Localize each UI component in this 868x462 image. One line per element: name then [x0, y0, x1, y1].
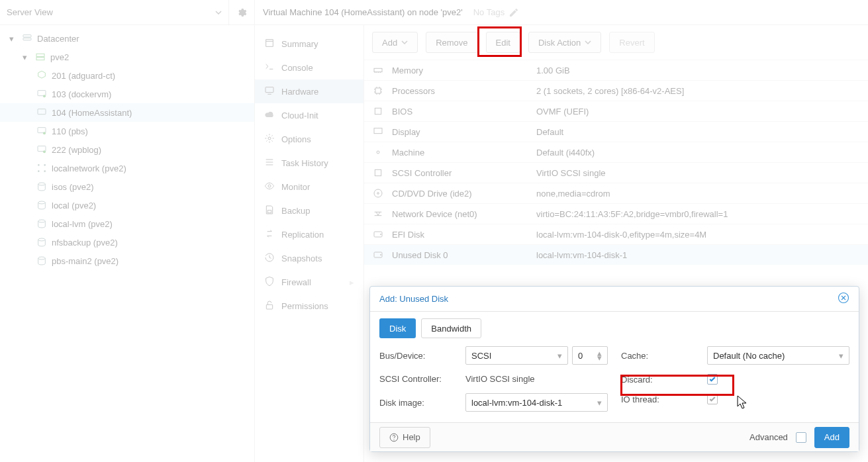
nav-snapshots[interactable]: Snapshots	[255, 246, 363, 270]
nav-label: Replication	[281, 230, 324, 240]
nav-hardware[interactable]: Hardware	[255, 79, 363, 103]
nav-firewall[interactable]: Firewall▸	[255, 270, 363, 294]
resource-tree: ▾ Datacenter ▾ pve2 201 (adguard-ct) 103…	[0, 25, 254, 274]
network-icon	[364, 208, 392, 219]
disk-image-select[interactable]: local-lvm:vm-104-disk-1▾	[465, 393, 608, 412]
tree-item[interactable]: local (pve2)	[0, 196, 254, 214]
lock-icon	[264, 300, 275, 312]
chevron-down-icon: ▾	[557, 351, 562, 361]
chip-icon	[364, 106, 392, 116]
hw-row[interactable]: MachineDefault (i440fx)	[364, 142, 868, 162]
expander-icon[interactable]: ▾	[20, 52, 29, 62]
nav-label: Console	[281, 63, 313, 73]
hw-row[interactable]: Unused Disk 0local-lvm:vm-104-disk-1	[364, 244, 868, 265]
chip-icon	[364, 167, 392, 178]
bus-select[interactable]: SCSI▾	[465, 346, 568, 365]
memory-icon	[364, 65, 392, 75]
svg-rect-28	[374, 128, 382, 134]
disk-action-button[interactable]: Disk Action	[528, 32, 601, 53]
remove-button[interactable]: Remove	[426, 32, 477, 53]
tree-item[interactable]: isos (pve2)	[0, 177, 254, 196]
nav-label: Hardware	[281, 87, 318, 97]
nav-label: Summary	[281, 39, 318, 49]
edit-tags-icon[interactable]	[508, 7, 519, 18]
tree-datacenter[interactable]: ▾ Datacenter	[0, 29, 254, 48]
hw-val: local-lvm:vm-104-disk-0,efitype=4m,size=…	[536, 230, 706, 240]
edit-button[interactable]: Edit	[486, 32, 520, 53]
tree-settings-button[interactable]	[229, 7, 254, 18]
nav-backup[interactable]: Backup	[255, 199, 363, 222]
btn-label: Revert	[619, 38, 644, 48]
svg-point-5	[43, 95, 46, 97]
svg-point-29	[377, 151, 379, 154]
nav-monitor[interactable]: Monitor	[255, 175, 363, 199]
svg-point-12	[44, 164, 46, 166]
btn-label: Disk Action	[538, 38, 581, 48]
view-select[interactable]: Server View	[0, 0, 229, 24]
hw-row[interactable]: EFI Disklocal-lvm:vm-104-disk-0,efitype=…	[364, 224, 868, 244]
vm-title: Virtual Machine 104 (HomeAssistant) on n…	[263, 7, 463, 17]
tree-item[interactable]: localnetwork (pve2)	[0, 159, 254, 177]
expander-icon[interactable]: ▾	[7, 34, 16, 44]
dialog-add-button[interactable]: Add	[814, 427, 849, 448]
lxc-icon	[36, 70, 48, 81]
help-label: Help	[403, 432, 420, 442]
tree-label: Datacenter	[37, 34, 79, 44]
spinner-down-icon[interactable]: ▾	[597, 355, 602, 360]
scsi-controller-value: VirtIO SCSI single	[465, 374, 535, 384]
hw-row[interactable]: Network Device (net0)virtio=BC:24:11:A3:…	[364, 203, 868, 224]
tree-item[interactable]: local-lvm (pve2)	[0, 214, 254, 233]
tree-item[interactable]: 110 (pbs)	[0, 122, 254, 140]
iothread-checkbox[interactable]	[707, 394, 718, 404]
nav-replication[interactable]: Replication	[255, 222, 363, 246]
cache-label: Cache:	[621, 351, 707, 361]
tree-label: localnetwork (pve2)	[52, 163, 126, 173]
svg-point-34	[380, 234, 381, 235]
tree-item[interactable]: nfsbackup (pve2)	[0, 233, 254, 252]
hw-name: Memory	[392, 66, 536, 75]
tree-item[interactable]: 104 (HomeAssistant)	[0, 103, 254, 122]
device-number-input[interactable]: 0▴▾	[572, 346, 608, 365]
nav-summary[interactable]: Summary	[255, 32, 363, 56]
nav-console[interactable]: Console	[255, 56, 363, 79]
dialog-close-button[interactable]	[838, 292, 849, 306]
tree-item[interactable]: 222 (wpblog)	[0, 140, 254, 159]
tab-bandwidth[interactable]: Bandwidth	[421, 318, 481, 338]
hw-row[interactable]: Memory1.00 GiB	[364, 60, 868, 80]
hw-row[interactable]: CD/DVD Drive (ide2)none,media=cdrom	[364, 183, 868, 203]
svg-rect-23	[267, 210, 271, 212]
list-icon	[264, 157, 275, 169]
svg-point-21	[268, 137, 271, 140]
svg-point-11	[38, 164, 40, 166]
tree-label: pve2	[50, 52, 69, 62]
tree-node[interactable]: ▾ pve2	[0, 48, 254, 66]
hw-row[interactable]: DisplayDefault	[364, 121, 868, 142]
hw-row[interactable]: BIOSOVMF (UEFI)	[364, 101, 868, 121]
nav-task-history[interactable]: Task History	[255, 151, 363, 175]
help-button[interactable]: Help	[379, 427, 430, 448]
nav-options[interactable]: Options	[255, 127, 363, 151]
svg-point-13	[38, 170, 40, 172]
hw-row[interactable]: Processors2 (1 sockets, 2 cores) [x86-64…	[364, 80, 868, 101]
cache-select[interactable]: Default (No cache)▾	[707, 346, 849, 365]
tree-item[interactable]: 201 (adguard-ct)	[0, 66, 254, 85]
nav-permissions[interactable]: Permissions	[255, 294, 363, 318]
advanced-checkbox[interactable]	[796, 432, 806, 443]
hw-name: SCSI Controller	[392, 168, 536, 178]
tree-item[interactable]: 103 (dockervm)	[0, 85, 254, 103]
hw-row[interactable]: SCSI ControllerVirtIO SCSI single	[364, 162, 868, 183]
hw-val: VirtIO SCSI single	[536, 168, 606, 178]
tree-item[interactable]: pbs-main2 (pve2)	[0, 252, 254, 270]
btn-label: Add	[382, 38, 397, 48]
add-button[interactable]: Add	[372, 32, 418, 53]
tab-disk[interactable]: Disk	[379, 318, 416, 338]
discard-checkbox[interactable]	[707, 374, 718, 385]
svg-rect-0	[23, 35, 31, 37]
hw-name: Processors	[392, 86, 536, 96]
nav-cloud-init[interactable]: Cloud-Init	[255, 103, 363, 127]
tree-label: 222 (wpblog)	[52, 145, 101, 155]
tags-area[interactable]: No Tags	[473, 7, 519, 18]
add-unused-disk-dialog: Add: Unused Disk Disk Bandwidth Bus/Devi…	[369, 286, 859, 452]
iothread-label: IO thread:	[621, 394, 707, 404]
svg-point-16	[38, 201, 46, 204]
